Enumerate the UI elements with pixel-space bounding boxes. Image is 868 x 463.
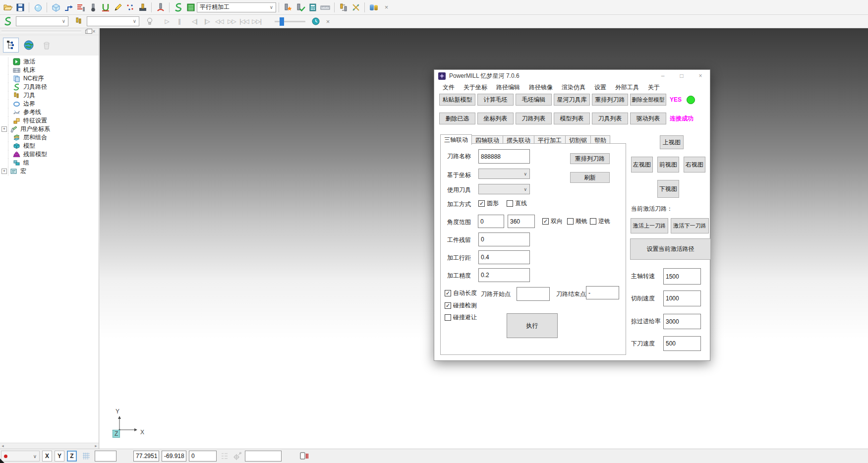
rewind-button[interactable]: ◁◁: [213, 15, 226, 27]
tree-item-models[interactable]: 模型: [1, 142, 99, 150]
delete-all-models-button[interactable]: 删除全部模型: [630, 94, 666, 106]
plunge-input[interactable]: [663, 336, 701, 351]
line-checkbox[interactable]: 直线: [507, 199, 527, 208]
compare-models-icon[interactable]: [367, 1, 380, 13]
tree-item-levels-sets[interactable]: 层和组合: [1, 133, 99, 142]
grid-snap-icon[interactable]: [80, 450, 92, 462]
collision-avoid-checkbox[interactable]: 碰撞避让: [445, 313, 477, 322]
toolpath-strategy-icon[interactable]: [62, 1, 74, 13]
tool-library-button[interactable]: 星河刀具库: [554, 94, 590, 106]
maximize-button[interactable]: □: [672, 70, 691, 82]
grid-size-field[interactable]: [95, 451, 116, 462]
explorer-recycle-button[interactable]: [39, 38, 55, 53]
tree-item-machine[interactable]: 机床: [1, 66, 99, 74]
explorer-hscrollbar[interactable]: ◄ ►: [0, 443, 99, 449]
base-coord-select[interactable]: ∨: [478, 169, 530, 179]
pause-button[interactable]: ||: [173, 15, 185, 27]
conventional-checkbox[interactable]: 逆铣: [590, 217, 610, 226]
step-back-button[interactable]: ◁|: [188, 15, 201, 27]
tree-item-tools[interactable]: 刀具: [1, 91, 99, 100]
menu-about[interactable]: 关于: [643, 83, 664, 92]
angle-start-input[interactable]: [478, 215, 504, 228]
leads-links-icon[interactable]: [74, 1, 87, 13]
paste-new-model-button[interactable]: 粘贴新模型: [439, 94, 475, 106]
close-button[interactable]: ×: [691, 70, 710, 82]
step-forward-button[interactable]: |▷: [201, 15, 213, 27]
tree-item-boundaries[interactable]: 边界: [1, 100, 99, 108]
layer-combobox[interactable]: ∨: [1, 451, 40, 462]
refresh-button[interactable]: 刷新: [570, 172, 610, 183]
auto-length-checkbox[interactable]: ✓自动长度: [445, 289, 477, 297]
expand-icon[interactable]: +: [1, 126, 7, 132]
sim-toolpath-icon[interactable]: [1, 15, 14, 27]
toolbar-close-icon[interactable]: ×: [380, 1, 393, 13]
menu-path-mirror[interactable]: 路径镜像: [524, 83, 557, 92]
save-project-icon[interactable]: [14, 1, 26, 13]
block-icon[interactable]: [50, 1, 62, 13]
menu-coords[interactable]: 关于坐标: [459, 83, 492, 92]
activate-next-button[interactable]: 激活下一刀路: [671, 218, 709, 233]
scroll-left-icon[interactable]: ◄: [1, 444, 4, 448]
coord-y-field[interactable]: -69.918: [162, 451, 186, 462]
collision-detect-checkbox[interactable]: ✓碰撞检测: [445, 301, 477, 310]
tool-list-button[interactable]: 刀具列表: [592, 113, 628, 124]
menu-path-edit[interactable]: 路径编辑: [492, 83, 524, 92]
shaded-view-icon[interactable]: [32, 1, 44, 13]
tab-3axis[interactable]: 三轴联动: [440, 134, 472, 145]
tree-item-patterns[interactable]: 参考线: [1, 108, 99, 116]
circle-checkbox[interactable]: ✓圆形: [478, 199, 499, 208]
tolerance-input[interactable]: [478, 268, 530, 282]
activate-prev-button[interactable]: 激活上一刀路: [631, 218, 668, 233]
minimize-button[interactable]: –: [653, 70, 672, 82]
tool-holder-icon[interactable]: [154, 1, 167, 13]
angle-end-input[interactable]: [508, 215, 535, 228]
toolpath-list-button[interactable]: 刀路列表: [516, 113, 552, 124]
tool-alarm-icon[interactable]: [282, 1, 294, 13]
x-axis-button[interactable]: X: [42, 451, 52, 462]
tree-item-feature-sets[interactable]: 特征设置: [1, 116, 99, 125]
lightbulb-icon[interactable]: [143, 15, 156, 27]
spindle-input[interactable]: [663, 268, 701, 285]
feature-set-icon[interactable]: [136, 1, 149, 13]
left-view-button[interactable]: 左视图: [631, 157, 653, 173]
tree-item-stock-models[interactable]: 残留模型: [1, 150, 99, 159]
tree-item-nc-programs[interactable]: NC程序: [1, 74, 99, 83]
tree-item-activate[interactable]: 激活: [1, 58, 99, 66]
use-tool-select[interactable]: ∨: [478, 184, 530, 194]
graphics-viewport[interactable]: Y X Z PowerMILL 忆梦星河 7.0.6 – □ × 文件 关于坐标…: [100, 28, 868, 449]
expand-icon[interactable]: +: [1, 169, 7, 174]
right-view-button[interactable]: 右视图: [684, 157, 705, 173]
active-toolpath-icon[interactable]: [172, 1, 184, 13]
fast-forward-button[interactable]: ▷▷: [226, 15, 238, 27]
y-axis-button[interactable]: Y: [55, 451, 64, 462]
menu-file[interactable]: 文件: [438, 83, 459, 92]
explorer-web-button[interactable]: [21, 38, 37, 53]
workplane-field[interactable]: [245, 451, 282, 462]
tree-item-macros[interactable]: + 宏: [1, 167, 99, 175]
go-end-button[interactable]: ▷▷|: [250, 15, 263, 27]
execute-button[interactable]: 执行: [507, 313, 558, 338]
sim-toolpath-combobox[interactable]: ∨: [16, 16, 68, 26]
strategy-combobox[interactable]: 平行精加工 ∨: [197, 2, 276, 12]
menu-external-tools[interactable]: 外部工具: [611, 83, 643, 92]
points-icon[interactable]: [124, 1, 136, 13]
drive-list-button[interactable]: 驱动列表: [630, 113, 666, 124]
ruler-icon[interactable]: [319, 1, 332, 13]
sim-tool-combobox[interactable]: ∨: [87, 16, 139, 26]
front-view-button[interactable]: 前视图: [657, 157, 679, 173]
go-start-button[interactable]: |◁◁: [238, 15, 250, 27]
strategy-list-icon[interactable]: [184, 1, 197, 13]
tool-ok-icon[interactable]: [294, 1, 306, 13]
delete-selected-button[interactable]: 删除已选: [439, 113, 475, 124]
bottom-view-button[interactable]: 下视图: [657, 180, 679, 198]
skim-input[interactable]: [663, 314, 701, 329]
rearrange-button[interactable]: 重排列刀路: [570, 153, 610, 164]
dialog-titlebar[interactable]: PowerMILL 忆梦星河 7.0.6 – □ ×: [434, 70, 710, 82]
sim-speed-slider[interactable]: [275, 21, 305, 22]
speed-clock-icon[interactable]: [309, 15, 322, 27]
sim-tool-icon[interactable]: [72, 15, 85, 27]
tool-icon[interactable]: [87, 1, 99, 13]
cutting-input[interactable]: [663, 290, 701, 306]
doc-pause-icon[interactable]: [299, 452, 309, 461]
open-project-icon[interactable]: [1, 1, 14, 13]
